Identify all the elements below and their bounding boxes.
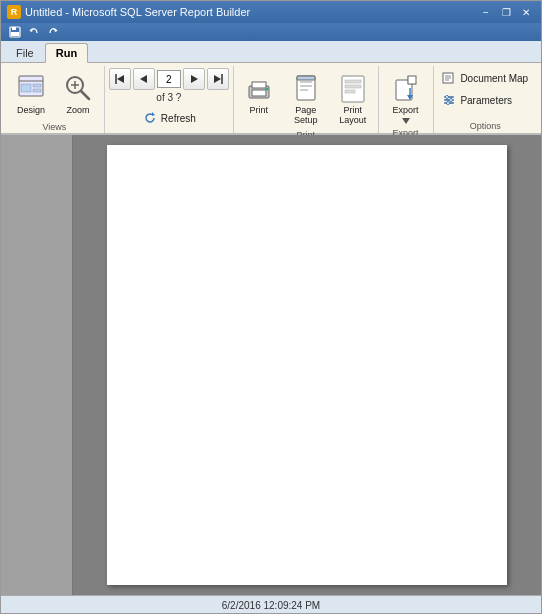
previous-button[interactable]: [133, 68, 155, 90]
app-icon: R: [7, 5, 21, 19]
print-layout-button[interactable]: Print Layout: [331, 68, 375, 130]
quick-access-toolbar: [1, 23, 541, 41]
svg-point-28: [265, 88, 268, 91]
svg-rect-36: [345, 85, 361, 88]
options-group-label: Options: [440, 121, 531, 133]
ribbon-group-navigation: of 3 ? Refresh: [105, 66, 234, 133]
design-icon: [15, 72, 47, 104]
svg-marker-43: [402, 118, 410, 124]
svg-rect-40: [408, 76, 416, 84]
svg-marker-17: [191, 75, 198, 83]
svg-point-52: [450, 99, 453, 102]
export-label: Export: [393, 106, 419, 116]
ribbon-group-options: Document Map Parameters: [434, 66, 537, 133]
refresh-button[interactable]: Refresh: [137, 107, 201, 129]
status-bar: 6/2/2016 12:09:24 PM: [1, 595, 541, 614]
last-button[interactable]: [207, 68, 229, 90]
svg-rect-7: [21, 84, 31, 92]
svg-rect-1: [12, 27, 16, 30]
design-button[interactable]: Design: [9, 68, 53, 122]
svg-point-53: [447, 102, 450, 105]
parameters-label: Parameters: [460, 95, 512, 106]
svg-rect-8: [33, 84, 41, 87]
tab-file[interactable]: File: [5, 43, 45, 62]
print-layout-icon: [337, 72, 369, 104]
thumbnail-panel: [1, 135, 73, 595]
refresh-icon: [142, 110, 158, 126]
views-group-label: Views: [11, 122, 98, 134]
ribbon-group-views: Design Zoom Views: [5, 66, 105, 133]
report-page: [107, 145, 507, 585]
ribbon-group-print: Print Page Setup: [234, 66, 379, 133]
zoom-icon: [62, 72, 94, 104]
print-label: Print: [249, 106, 268, 116]
report-area: [73, 135, 541, 595]
page-setup-label: Page Setup: [287, 106, 325, 126]
main-area: [1, 135, 541, 595]
svg-rect-33: [297, 76, 315, 80]
export-button[interactable]: Export: [384, 68, 428, 128]
first-button[interactable]: [109, 68, 131, 90]
parameters-icon: [442, 93, 456, 107]
design-label: Design: [17, 106, 45, 116]
window-controls: − ❐ ✕: [477, 4, 535, 20]
export-dropdown-icon: [402, 118, 410, 124]
print-icon: [243, 72, 275, 104]
print-button[interactable]: Print: [237, 68, 281, 122]
svg-line-11: [81, 91, 89, 99]
print-layout-label: Print Layout: [334, 106, 372, 126]
title-bar: R Untitled - Microsoft SQL Server Report…: [1, 1, 541, 23]
ribbon: Design Zoom Views: [1, 63, 541, 135]
undo-quick-button[interactable]: [26, 24, 42, 40]
export-icon: [390, 72, 422, 104]
page-number-input[interactable]: [157, 70, 181, 88]
svg-rect-35: [345, 80, 361, 83]
svg-point-51: [446, 96, 449, 99]
svg-marker-16: [140, 75, 147, 83]
parameters-button[interactable]: Parameters: [437, 90, 533, 110]
svg-rect-2: [11, 32, 19, 36]
svg-rect-27: [252, 90, 266, 96]
page-setup-icon: [290, 72, 322, 104]
minimize-button[interactable]: −: [477, 4, 495, 20]
ribbon-tabs: File Run: [1, 41, 541, 63]
zoom-button[interactable]: Zoom: [56, 68, 100, 122]
document-map-icon: [442, 71, 456, 85]
zoom-label: Zoom: [66, 106, 89, 116]
next-button[interactable]: [183, 68, 205, 90]
close-button[interactable]: ✕: [517, 4, 535, 20]
document-map-button[interactable]: Document Map: [437, 68, 533, 88]
save-quick-button[interactable]: [7, 24, 23, 40]
page-of-label: of 3 ?: [156, 92, 181, 103]
status-text: 6/2/2016 12:09:24 PM: [222, 600, 320, 611]
ribbon-group-export: Export Export: [379, 66, 434, 133]
window-title: Untitled - Microsoft SQL Server Report B…: [25, 6, 250, 18]
svg-marker-19: [214, 75, 221, 83]
svg-marker-15: [117, 75, 124, 83]
svg-rect-37: [345, 90, 355, 93]
tab-run[interactable]: Run: [45, 43, 88, 63]
refresh-label: Refresh: [161, 113, 196, 124]
redo-quick-button[interactable]: [45, 24, 61, 40]
page-setup-button[interactable]: Page Setup: [284, 68, 328, 130]
svg-rect-9: [33, 89, 41, 92]
svg-marker-20: [152, 112, 155, 116]
svg-rect-26: [252, 82, 266, 88]
restore-button[interactable]: ❐: [497, 4, 515, 20]
document-map-label: Document Map: [460, 73, 528, 84]
